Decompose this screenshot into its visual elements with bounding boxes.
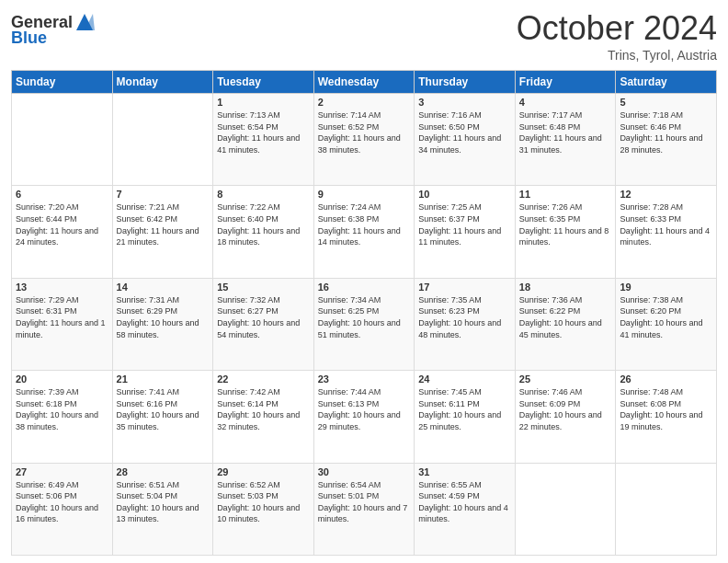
calendar-week-row: 13Sunrise: 7:29 AMSunset: 6:31 PMDayligh…	[12, 278, 717, 370]
cell-info: Sunrise: 7:29 AMSunset: 6:31 PMDaylight:…	[16, 294, 108, 340]
calendar-cell	[12, 94, 113, 186]
day-number: 29	[217, 466, 310, 477]
day-number: 3	[418, 97, 511, 108]
cell-info: Sunrise: 7:17 AMSunset: 6:48 PMDaylight:…	[519, 109, 612, 155]
calendar-header-row: SundayMondayTuesdayWednesdayThursdayFrid…	[12, 71, 717, 94]
cell-info: Sunrise: 7:46 AMSunset: 6:09 PMDaylight:…	[519, 386, 612, 432]
calendar-cell	[515, 463, 616, 555]
calendar-cell: 26Sunrise: 7:48 AMSunset: 6:08 PMDayligh…	[616, 371, 717, 463]
day-number: 22	[217, 373, 310, 385]
calendar-cell: 15Sunrise: 7:32 AMSunset: 6:27 PMDayligh…	[213, 278, 314, 370]
cell-info: Sunrise: 7:18 AMSunset: 6:46 PMDaylight:…	[620, 109, 712, 155]
calendar-week-row: 1Sunrise: 7:13 AMSunset: 6:54 PMDaylight…	[12, 94, 717, 186]
cell-info: Sunrise: 7:20 AMSunset: 6:44 PMDaylight:…	[16, 201, 108, 247]
calendar-week-row: 20Sunrise: 7:39 AMSunset: 6:18 PMDayligh…	[12, 371, 717, 463]
calendar-cell: 2Sunrise: 7:14 AMSunset: 6:52 PMDaylight…	[313, 94, 415, 186]
cell-info: Sunrise: 7:36 AMSunset: 6:22 PMDaylight:…	[519, 294, 612, 340]
day-number: 4	[519, 97, 612, 108]
calendar-cell: 21Sunrise: 7:41 AMSunset: 6:16 PMDayligh…	[112, 371, 213, 463]
cell-info: Sunrise: 7:25 AMSunset: 6:37 PMDaylight:…	[418, 201, 511, 247]
cell-info: Sunrise: 7:35 AMSunset: 6:23 PMDaylight:…	[418, 294, 511, 340]
cell-info: Sunrise: 7:45 AMSunset: 6:11 PMDaylight:…	[418, 386, 511, 432]
day-number: 27	[16, 466, 108, 477]
day-number: 2	[318, 97, 411, 108]
calendar-cell: 16Sunrise: 7:34 AMSunset: 6:25 PMDayligh…	[313, 278, 415, 370]
day-number: 13	[16, 282, 108, 293]
cell-info: Sunrise: 7:26 AMSunset: 6:35 PMDaylight:…	[519, 201, 612, 247]
calendar-cell: 5Sunrise: 7:18 AMSunset: 6:46 PMDaylight…	[616, 94, 717, 186]
calendar-cell: 6Sunrise: 7:20 AMSunset: 6:44 PMDaylight…	[12, 186, 113, 278]
day-number: 16	[318, 282, 411, 293]
day-header-tuesday: Tuesday	[213, 71, 314, 94]
calendar-cell: 19Sunrise: 7:38 AMSunset: 6:20 PMDayligh…	[616, 278, 717, 370]
day-number: 31	[418, 466, 511, 477]
cell-info: Sunrise: 6:52 AMSunset: 5:03 PMDaylight:…	[217, 479, 310, 525]
day-number: 25	[519, 373, 612, 385]
calendar-body: 1Sunrise: 7:13 AMSunset: 6:54 PMDaylight…	[12, 94, 717, 556]
cell-info: Sunrise: 6:49 AMSunset: 5:06 PMDaylight:…	[16, 479, 108, 525]
calendar-cell: 18Sunrise: 7:36 AMSunset: 6:22 PMDayligh…	[515, 278, 616, 370]
day-number: 6	[16, 189, 108, 200]
cell-info: Sunrise: 7:44 AMSunset: 6:13 PMDaylight:…	[318, 386, 411, 432]
day-number: 1	[217, 97, 310, 108]
cell-info: Sunrise: 7:42 AMSunset: 6:14 PMDaylight:…	[217, 386, 310, 432]
calendar-cell: 3Sunrise: 7:16 AMSunset: 6:50 PMDaylight…	[415, 94, 516, 186]
cell-info: Sunrise: 7:32 AMSunset: 6:27 PMDaylight:…	[217, 294, 310, 340]
cell-info: Sunrise: 7:31 AMSunset: 6:29 PMDaylight:…	[117, 294, 210, 340]
day-number: 21	[117, 373, 210, 385]
calendar-cell: 25Sunrise: 7:46 AMSunset: 6:09 PMDayligh…	[515, 371, 616, 463]
header: General Blue October 2024 Trins, Tyrol, …	[11, 9, 717, 63]
cell-info: Sunrise: 7:14 AMSunset: 6:52 PMDaylight:…	[318, 109, 411, 155]
location: Trins, Tyrol, Austria	[517, 48, 717, 63]
day-number: 24	[418, 373, 511, 385]
calendar-cell	[616, 463, 717, 555]
day-number: 26	[620, 373, 712, 385]
day-header-thursday: Thursday	[415, 71, 516, 94]
calendar-cell: 7Sunrise: 7:21 AMSunset: 6:42 PMDaylight…	[112, 186, 213, 278]
calendar-cell: 24Sunrise: 7:45 AMSunset: 6:11 PMDayligh…	[415, 371, 516, 463]
day-number: 7	[117, 189, 210, 200]
calendar-cell: 23Sunrise: 7:44 AMSunset: 6:13 PMDayligh…	[313, 371, 415, 463]
title-block: October 2024 Trins, Tyrol, Austria	[517, 9, 717, 63]
day-number: 18	[519, 282, 612, 293]
cell-info: Sunrise: 7:24 AMSunset: 6:38 PMDaylight:…	[318, 201, 411, 247]
calendar-cell: 8Sunrise: 7:22 AMSunset: 6:40 PMDaylight…	[213, 186, 314, 278]
cell-info: Sunrise: 7:16 AMSunset: 6:50 PMDaylight:…	[418, 109, 511, 155]
day-number: 11	[519, 189, 612, 200]
cell-info: Sunrise: 6:51 AMSunset: 5:04 PMDaylight:…	[117, 479, 210, 525]
calendar-cell: 14Sunrise: 7:31 AMSunset: 6:29 PMDayligh…	[112, 278, 213, 370]
calendar-cell: 11Sunrise: 7:26 AMSunset: 6:35 PMDayligh…	[515, 186, 616, 278]
day-number: 12	[620, 189, 712, 200]
day-number: 28	[117, 466, 210, 477]
day-number: 5	[620, 97, 712, 108]
day-number: 23	[318, 373, 411, 385]
cell-info: Sunrise: 7:21 AMSunset: 6:42 PMDaylight:…	[117, 201, 210, 247]
calendar-cell: 17Sunrise: 7:35 AMSunset: 6:23 PMDayligh…	[415, 278, 516, 370]
cell-info: Sunrise: 7:28 AMSunset: 6:33 PMDaylight:…	[620, 201, 712, 247]
calendar-cell: 30Sunrise: 6:54 AMSunset: 5:01 PMDayligh…	[313, 463, 415, 555]
cell-info: Sunrise: 7:22 AMSunset: 6:40 PMDaylight:…	[217, 201, 310, 247]
day-header-friday: Friday	[515, 71, 616, 94]
cell-info: Sunrise: 7:41 AMSunset: 6:16 PMDaylight:…	[117, 386, 210, 432]
calendar-cell: 12Sunrise: 7:28 AMSunset: 6:33 PMDayligh…	[616, 186, 717, 278]
cell-info: Sunrise: 7:48 AMSunset: 6:08 PMDaylight:…	[620, 386, 712, 432]
cell-info: Sunrise: 7:13 AMSunset: 6:54 PMDaylight:…	[217, 109, 310, 155]
logo: General Blue	[11, 13, 95, 48]
calendar-week-row: 27Sunrise: 6:49 AMSunset: 5:06 PMDayligh…	[12, 463, 717, 555]
calendar-cell: 1Sunrise: 7:13 AMSunset: 6:54 PMDaylight…	[213, 94, 314, 186]
calendar-cell: 22Sunrise: 7:42 AMSunset: 6:14 PMDayligh…	[213, 371, 314, 463]
calendar-cell: 27Sunrise: 6:49 AMSunset: 5:06 PMDayligh…	[12, 463, 113, 555]
cell-info: Sunrise: 7:39 AMSunset: 6:18 PMDaylight:…	[16, 386, 108, 432]
month-title: October 2024	[517, 9, 717, 48]
calendar-cell: 31Sunrise: 6:55 AMSunset: 4:59 PMDayligh…	[415, 463, 516, 555]
calendar-table: SundayMondayTuesdayWednesdayThursdayFrid…	[11, 70, 717, 556]
calendar-cell: 9Sunrise: 7:24 AMSunset: 6:38 PMDaylight…	[313, 186, 415, 278]
day-number: 20	[16, 373, 108, 385]
cell-info: Sunrise: 6:55 AMSunset: 4:59 PMDaylight:…	[418, 479, 511, 525]
cell-info: Sunrise: 7:34 AMSunset: 6:25 PMDaylight:…	[318, 294, 411, 340]
day-number: 14	[117, 282, 210, 293]
calendar-cell: 4Sunrise: 7:17 AMSunset: 6:48 PMDaylight…	[515, 94, 616, 186]
day-number: 10	[418, 189, 511, 200]
calendar-cell: 13Sunrise: 7:29 AMSunset: 6:31 PMDayligh…	[12, 278, 113, 370]
calendar-cell: 28Sunrise: 6:51 AMSunset: 5:04 PMDayligh…	[112, 463, 213, 555]
